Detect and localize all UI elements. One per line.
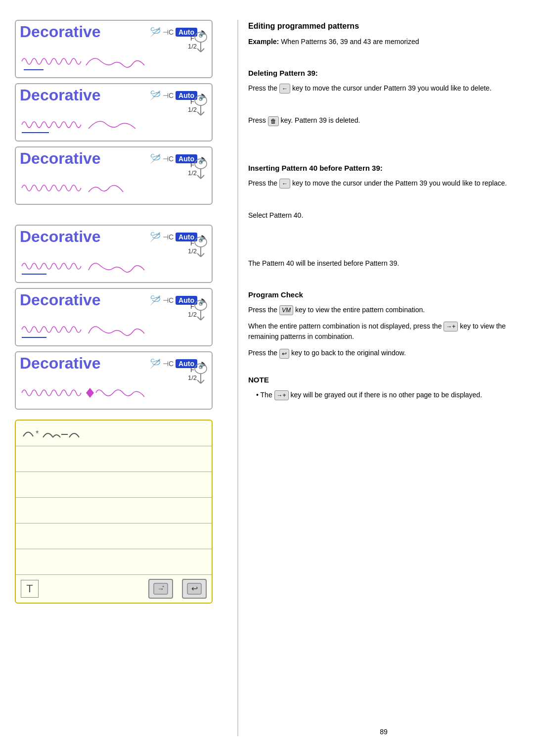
vm-key-icon: VM [279,305,293,315]
svg-line-8 [201,112,204,115]
lcd-panel-5: Decorative 🪡 ⊣C Auto 🔈 F1/2 [15,288,213,346]
pc-row-6 [16,549,212,575]
pc-buttons-row: T → + ↩ [16,575,212,603]
select-text: Select Pattern 40. [248,210,519,221]
svg-point-4 [199,34,202,37]
lcd-panel-3: Decorative 🪡 ⊣C Auto 🔈 F1/2 [15,146,213,205]
back-button[interactable]: ↩ [182,579,207,599]
lcd-panel-2: Decorative 🪡 ⊣C Auto 🔈 F1/2 [15,83,213,142]
stitch-icon-2: ⊣C [163,92,174,99]
deleting-text-2: Press 🗑 key. Pattern 39 is deleted. [248,115,519,126]
editing-section-title: Editing programmed patterns [248,22,519,31]
underline-1 [24,69,44,70]
back-key-icon-3: ↩ [279,349,289,359]
pc-text-2: When the entire pattern combination is n… [248,321,519,342]
sewing-icon-1 [192,30,210,58]
svg-text:*: * [36,429,39,438]
needle-icon-3: 🪡 [150,153,161,164]
page-number: 89 [380,728,388,736]
pc-row-2 [16,446,212,472]
example-desc: When Patterns 36, 39 and 43 are memorize… [281,38,419,46]
sewing-icon-5 [192,298,210,326]
svg-marker-33 [86,388,94,398]
svg-point-32 [199,366,202,369]
svg-line-13 [197,175,201,179]
lcd-title-2: Decorative [20,86,101,104]
lcd-title-5: Decorative [20,291,101,309]
lcd-title-4: Decorative [20,228,101,246]
pattern-area-3 [20,177,182,199]
stitch-icon-1: ⊣C [163,28,174,36]
lcd-title-1: Decorative [20,23,101,41]
stitch-icon-3: ⊣C [163,155,174,163]
svg-line-7 [197,112,201,115]
next-page-button[interactable]: → + [148,579,173,599]
lcd-title-3: Decorative [20,149,101,168]
pc-row-5 [16,523,212,549]
lcd-panel-4: Decorative 🪡 ⊣C Auto 🔈 F1/2 [15,225,213,283]
needle-icon-2: 🪡 [150,90,161,101]
left-column: Decorative 🪡 ⊣C Auto 🔈 F1/2 [15,20,227,736]
pc-row-4 [16,498,212,523]
pc-text-3: Press the ↩ key to go back to the origin… [248,348,519,358]
svg-line-30 [197,380,201,383]
insert-result: The Pattern 40 will be inserted before P… [248,258,519,269]
svg-point-20 [199,239,202,242]
svg-line-31 [201,380,204,383]
back-key-icon-1: ← [279,84,290,94]
pattern-area-4 [20,255,182,277]
svg-text:+: + [162,584,165,589]
needle-icon-5: 🪡 [150,295,161,306]
pattern-area-2 [20,113,182,136]
sewing-icon-2 [192,93,210,121]
program-check-panel: * T [15,420,213,604]
sewing-icon-6 [192,361,210,389]
svg-line-18 [197,253,201,257]
stitch-icon-6: ⊣C [163,360,174,368]
page: Decorative 🪡 ⊣C Auto 🔈 F1/2 [0,0,534,756]
lcd-panel-6: Decorative 🪡 ⊣C Auto 🔈 F1/2 [15,351,213,410]
deleting-title: Deleting Pattern 39: [248,69,519,77]
note-bullet: • The →+ key will be grayed out if there… [256,390,519,400]
delete-key-icon: 🗑 [268,116,279,126]
svg-point-15 [199,161,202,164]
sewing-icon-3 [192,156,210,185]
needle-icon-4: 🪡 [150,232,161,242]
pc-row-3 [16,472,212,498]
needle-icon-6: 🪡 [150,358,161,369]
svg-line-2 [197,48,201,52]
lcd-title-6: Decorative [20,354,101,373]
svg-line-14 [201,175,204,179]
pattern-area-1 [20,50,182,72]
svg-line-19 [201,253,204,257]
note-title: NOTE [248,376,519,384]
pattern-area-6 [20,381,182,404]
svg-line-24 [197,317,201,320]
vm-button[interactable]: T [21,580,39,598]
inserting-title: Inserting Pattern 40 before Pattern 39: [248,164,519,172]
pc-row-1: * [16,421,212,446]
next-key-icon: →+ [444,322,458,331]
program-check-title: Program Check [248,290,519,299]
stitch-icon-4: ⊣C [163,233,174,241]
inserting-text-1: Press the ← key to move the cursor under… [248,178,519,189]
example-label: Example: [248,38,279,46]
svg-line-3 [201,48,204,52]
svg-point-26 [199,302,202,305]
deleting-text-1: Press the ← key to move the cursor under… [248,83,519,94]
needle-icon-1: 🪡 [150,27,161,38]
back-key-icon-2: ← [279,179,290,189]
note-key-icon: →+ [274,390,289,400]
sewing-icon-4 [192,235,210,263]
pc-text-1: Press the VM key to view the entire patt… [248,305,519,315]
lcd-panel-1: Decorative 🪡 ⊣C Auto 🔈 F1/2 [15,20,213,78]
right-column: Editing programmed patterns Example: Whe… [237,20,519,736]
svg-line-25 [201,317,204,320]
example-text: Example: When Patterns 36, 39 and 43 are… [248,37,519,47]
stitch-icon-5: ⊣C [163,296,174,304]
svg-text:↩: ↩ [191,584,198,593]
pattern-area-5 [20,318,182,340]
svg-point-9 [199,97,202,100]
